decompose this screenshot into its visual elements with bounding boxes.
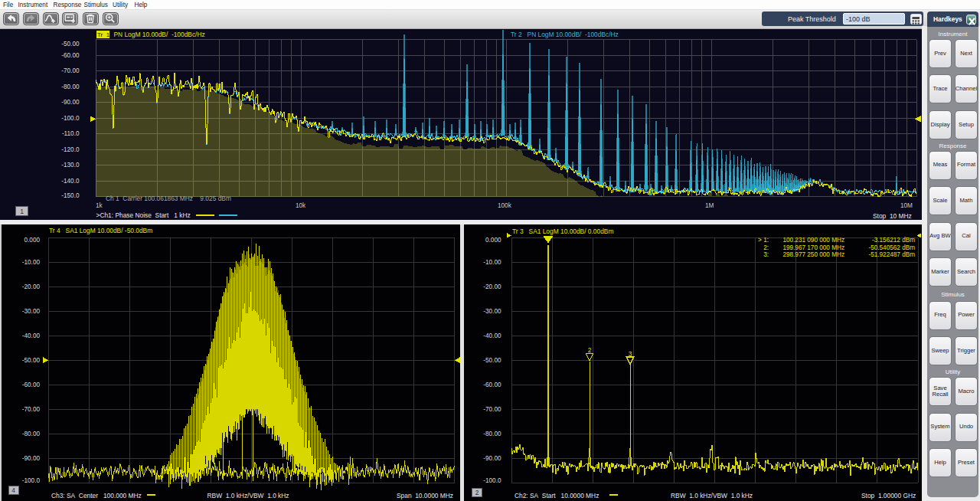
svg-text:-60.00: -60.00 <box>22 381 41 388</box>
svg-text:-10.00: -10.00 <box>22 259 41 266</box>
svg-text:Ch 1 Carrier 100.061863 MHz: Ch 1 Carrier 100.061863 MHz 9.025 dBm <box>106 195 231 202</box>
svg-text:Ch3: SA Center 100.000 MHz: Ch3: SA Center 100.000 MHz <box>51 492 142 499</box>
svg-text:-3.156212 dBm: -3.156212 dBm <box>872 237 915 244</box>
svg-text:3: 3 <box>629 350 632 358</box>
svg-text:1k: 1k <box>96 202 103 209</box>
svg-text:-80.00: -80.00 <box>483 431 501 437</box>
svg-text:-10.00: -10.00 <box>483 259 501 266</box>
svg-text:10k: 10k <box>296 202 306 209</box>
svg-text:-51.922487 dBm: -51.922487 dBm <box>868 251 915 258</box>
svg-text:-100.0: -100.0 <box>22 477 41 484</box>
svg-text:-80.00: -80.00 <box>61 84 80 90</box>
svg-text:-70.00: -70.00 <box>22 406 41 413</box>
svg-text:-120.0: -120.0 <box>61 146 80 153</box>
svg-text:1: 1 <box>20 208 24 215</box>
svg-text:4: 4 <box>11 487 15 494</box>
svg-text:Tr 1: Tr 1 <box>97 31 110 38</box>
svg-text:2: 2 <box>588 346 592 354</box>
svg-text:-80.00: -80.00 <box>22 431 41 437</box>
svg-text:RBW 1.0 kHz/VBW 1.0 kHz: RBW 1.0 kHz/VBW 1.0 kHz <box>207 492 289 499</box>
svg-text:-150.0: -150.0 <box>61 192 80 199</box>
svg-text:RBW 1.0 kHz/VBW 1.0 kHz: RBW 1.0 kHz/VBW 1.0 kHz <box>671 492 753 499</box>
svg-text:2: 2 <box>475 490 479 496</box>
svg-text:10M: 10M <box>900 202 913 209</box>
svg-text:Span 10.0000 MHz: Span 10.0000 MHz <box>397 492 453 499</box>
svg-text:199.967 170 000 MHz: 199.967 170 000 MHz <box>782 244 844 251</box>
svg-text:-50.00: -50.00 <box>22 357 41 364</box>
svg-text:0.000: 0.000 <box>24 237 41 244</box>
svg-text:2:: 2: <box>763 244 769 251</box>
svg-text:-40.00: -40.00 <box>483 332 501 339</box>
svg-text:-90.00: -90.00 <box>483 455 501 462</box>
svg-text:100.231 090 000 MHz: 100.231 090 000 MHz <box>782 237 844 244</box>
svg-text:-60.00: -60.00 <box>61 52 80 59</box>
svg-text:-50.540562 dBm: -50.540562 dBm <box>868 244 915 251</box>
svg-text:Tr 4 SA1 LogM 10.00dB/ -50.0: Tr 4 SA1 LogM 10.00dB/ -50.0dBm <box>49 227 152 234</box>
svg-text:-50.00: -50.00 <box>61 41 80 47</box>
svg-text:-20.00: -20.00 <box>22 283 41 290</box>
svg-text:Ch2: SA Start 10.0000 MHz: Ch2: SA Start 10.0000 MHz <box>514 492 599 499</box>
svg-text:-30.00: -30.00 <box>22 308 41 315</box>
svg-text:-130.0: -130.0 <box>61 162 80 169</box>
svg-text:-20.00: -20.00 <box>483 283 501 290</box>
svg-text:3:: 3: <box>763 251 769 258</box>
svg-text:Tr 2 PN LogM 10.00dB/ -100d: Tr 2 PN LogM 10.00dB/ -100dBc/Hz <box>511 31 619 38</box>
svg-text:1M: 1M <box>705 202 714 209</box>
svg-text:298.977 250 000 MHz: 298.977 250 000 MHz <box>782 251 844 258</box>
svg-text:-50.00: -50.00 <box>483 357 501 364</box>
svg-text:> 1:: > 1: <box>758 237 769 244</box>
svg-text:-30.00: -30.00 <box>483 308 501 315</box>
svg-text:Tr 3 SA1 LogM 10.00dB/ 0.00d: Tr 3 SA1 LogM 10.00dB/ 0.00dBm <box>512 228 613 235</box>
svg-text:-60.00: -60.00 <box>483 381 501 388</box>
svg-text:-40.00: -40.00 <box>22 332 41 339</box>
svg-text:100k: 100k <box>498 202 512 209</box>
svg-text:-100.0: -100.0 <box>61 115 80 122</box>
svg-text:>Ch1: Phase Noise Start 1 k: >Ch1: Phase Noise Start 1 kHz <box>96 211 191 219</box>
svg-text:-90.00: -90.00 <box>22 455 41 462</box>
svg-text:-70.00: -70.00 <box>61 67 80 74</box>
svg-text:-100.0: -100.0 <box>483 477 501 484</box>
svg-text:-90.00: -90.00 <box>61 99 80 106</box>
svg-text:-70.00: -70.00 <box>483 406 501 413</box>
svg-text:0.000: 0.000 <box>485 237 501 244</box>
svg-text:-140.0: -140.0 <box>61 178 80 185</box>
svg-text:-110.0: -110.0 <box>62 130 80 137</box>
svg-text:Stop 1.00000 GHz: Stop 1.00000 GHz <box>861 492 916 499</box>
svg-text:PN LogM 10.00dB/ -100dBc/Hz: PN LogM 10.00dB/ -100dBc/Hz <box>114 31 205 38</box>
svg-text:Stop 10 MHz: Stop 10 MHz <box>873 212 912 220</box>
